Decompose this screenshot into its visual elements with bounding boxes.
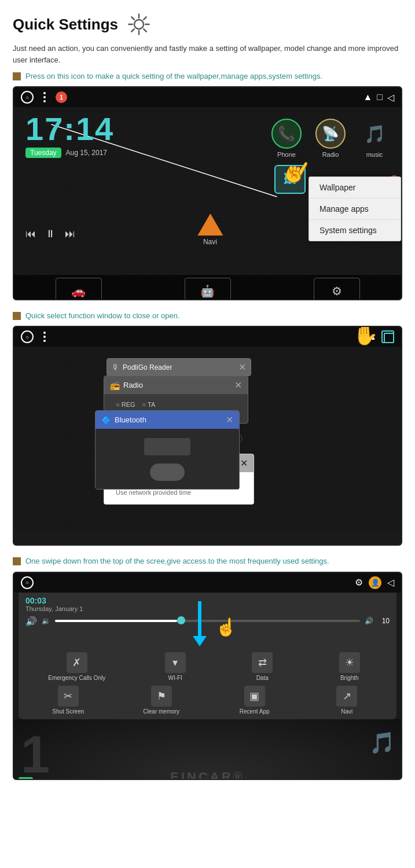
circle-button-3[interactable]: ○ xyxy=(21,576,34,589)
dots-menu-button-2[interactable] xyxy=(38,330,51,343)
clock-time: 17:14 xyxy=(25,113,114,145)
blue-arrow-line xyxy=(198,601,201,636)
music-icon: 🎵 xyxy=(359,119,390,149)
qs-recentapp-toggle[interactable]: ▣ Recent App xyxy=(237,686,272,715)
brightness-icon: ☀ xyxy=(339,652,360,673)
radio-title-left: 📻 Radio xyxy=(110,381,143,390)
music-label: music xyxy=(366,151,383,158)
status-right-1: ▲ □ ◁ xyxy=(363,92,394,103)
statusbar-1: ○ 1 ▲ □ ◁ xyxy=(14,87,401,107)
clock-date-row: Tuesday Aug 15, 2017 xyxy=(25,148,114,158)
podcasts-close[interactable]: ✕ xyxy=(238,362,246,373)
qs-navi-toggle[interactable]: ↗ Navi xyxy=(329,686,364,715)
status-right-3: ⚙ 👤 ◁ xyxy=(355,576,394,589)
navi-toggle-icon: ↗ xyxy=(336,686,357,707)
circle-button-2[interactable]: ○ xyxy=(21,330,34,343)
volume-min-icon: 🔉 xyxy=(42,617,50,625)
media-controls: ⏮ ⏸ ⏭ xyxy=(25,228,75,240)
app-icon-radio[interactable]: 📡 Radio xyxy=(315,119,346,158)
dock-android[interactable]: 🤖 xyxy=(185,278,231,300)
statusbar-2: ○ ▲ 🤚 xyxy=(14,327,401,347)
radio-options: ○ REG ○ TA xyxy=(110,399,242,410)
qs-shutscreen-toggle[interactable]: ✂ Shut Screen xyxy=(51,686,86,715)
podcasts-icon: 🎙 xyxy=(112,363,119,372)
radio-opt-ta: ○ TA xyxy=(142,401,156,408)
bullet-item-3: One swipe down from the top of the scree… xyxy=(13,556,402,567)
finger-pointer-2: 🤚 xyxy=(352,326,378,345)
volume-slider[interactable] xyxy=(55,620,360,622)
svg-point-0 xyxy=(134,20,144,29)
play-pause-button[interactable]: ⏸ xyxy=(45,228,56,240)
radio-window-icon: 📻 xyxy=(110,381,120,390)
screen2-body: EINCAR® 🎙 PodliGo Reader ✕ xyxy=(14,347,401,532)
dock-car[interactable]: 🚗 xyxy=(56,278,102,300)
dots-menu-button[interactable] xyxy=(38,91,51,104)
app-icon-phone[interactable]: 📞 Phone xyxy=(271,119,302,158)
circle-button[interactable]: ○ xyxy=(21,91,34,104)
gear-status-icon: ⚙ xyxy=(355,577,363,588)
context-manage-apps[interactable]: Manage apps xyxy=(309,198,401,220)
qs-clearmem-toggle[interactable]: ⚑ Clear memory xyxy=(143,686,179,715)
clock-area: 17:14 Tuesday Aug 15, 2017 xyxy=(25,113,114,158)
blue-arrow-head xyxy=(193,636,207,646)
data-icon: ⇄ xyxy=(252,652,273,673)
radio-opt-reg: ○ REG xyxy=(116,401,135,408)
clearmem-icon: ⚑ xyxy=(151,686,172,707)
qs-emergency-toggle[interactable]: ✗ Emergency Calls Only xyxy=(48,652,105,681)
context-wallpaper[interactable]: Wallpaper xyxy=(309,177,401,198)
podcasts-window: 🎙 PodliGo Reader ✕ xyxy=(106,358,251,376)
qs-brightness-toggle[interactable]: ☀ Brighth xyxy=(332,652,367,681)
qs-date: Thursday, January 1 xyxy=(25,605,390,612)
date-text: Aug 15, 2017 xyxy=(66,149,107,157)
dock-settings[interactable]: ⚙ xyxy=(314,278,360,300)
prev-button[interactable]: ⏮ xyxy=(25,228,36,240)
app-icon-music[interactable]: 🎵 music xyxy=(359,119,390,158)
status-left-2: ○ xyxy=(21,330,51,343)
bt-title-left: 🔷 Bluetooth xyxy=(101,415,146,425)
bullet-square-3 xyxy=(13,557,21,565)
data-label: Data xyxy=(256,675,269,681)
navi-label: Navi xyxy=(203,238,217,246)
bullet-text-1: Press on this icon to make a quick setti… xyxy=(25,71,322,82)
music-note-s3: 🎵 xyxy=(369,731,395,755)
wifi-label: WI-FI xyxy=(168,675,182,681)
bluetooth-close-button[interactable]: ✕ xyxy=(226,414,233,425)
emergency-label: Emergency Calls Only xyxy=(48,675,105,681)
dot-3 xyxy=(43,100,46,102)
menu-icon: ▲ xyxy=(363,92,372,102)
recent-apps-button[interactable] xyxy=(381,330,394,343)
brightness-label: Brighth xyxy=(340,675,359,681)
finger-pointer-3: ☝️ xyxy=(215,619,237,636)
qs-toggles-row1: ✗ Emergency Calls Only ▾ WI-FI ⇄ Data ☀ … xyxy=(19,648,396,683)
screen3-main-area: EINCAR® 1 Fri 🎵 xyxy=(14,719,401,780)
bottom-dock-1: 🚗 🤖 ⚙ xyxy=(14,275,401,300)
next-button[interactable]: ⏭ xyxy=(65,228,75,240)
emergency-icon: ✗ xyxy=(67,652,87,673)
bullet-square-2 xyxy=(13,312,21,320)
context-system-settings[interactable]: System settings xyxy=(309,220,401,241)
header-row: Quick Settings xyxy=(13,10,402,38)
day-badge-s3: Fri xyxy=(19,777,33,780)
volume-icon: 🔊 xyxy=(25,616,37,627)
header-description: Just need an action, you can convenientl… xyxy=(13,43,402,65)
qs-time-row: 00:03 Thursday, January 1 xyxy=(19,593,396,613)
user-status-icon: 👤 xyxy=(369,576,381,589)
qs-wifi-toggle[interactable]: ▾ WI-FI xyxy=(158,652,193,681)
navi-toggle-label: Navi xyxy=(341,708,352,715)
back-icon-3: ◁ xyxy=(387,577,394,588)
bt-device-list xyxy=(101,460,233,484)
screen3-number: 1 xyxy=(21,725,50,780)
radio-close-button[interactable]: ✕ xyxy=(234,380,242,391)
volume-thumb xyxy=(177,616,185,624)
qs-data-toggle[interactable]: ⇄ Data xyxy=(245,652,280,681)
blue-down-arrow xyxy=(193,601,207,646)
bluetooth-window: 🔷 Bluetooth ✕ xyxy=(95,410,240,490)
qs-time: 00:03 xyxy=(25,596,390,605)
screen1-body: 17:14 Tuesday Aug 15, 2017 📞 Phone 📡 xyxy=(14,107,401,275)
settings-close-button[interactable]: ✕ xyxy=(240,458,248,469)
bt-device-item xyxy=(150,464,185,481)
screen-mockup-2: ○ ▲ 🤚 EINCAR® xyxy=(13,326,402,546)
navi-area: Navi xyxy=(197,214,223,246)
status-left-1: ○ 1 xyxy=(21,91,67,104)
annotation-1: 1 xyxy=(56,91,67,103)
